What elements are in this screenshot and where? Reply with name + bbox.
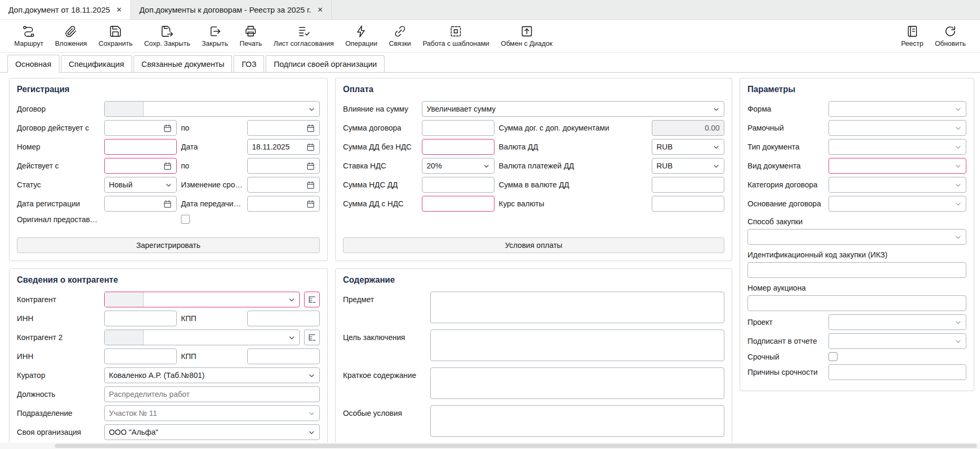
ikz-input[interactable]: [747, 262, 966, 278]
save-close-button[interactable]: Сохр. Закрыть: [138, 25, 196, 47]
urgency-reasons-input[interactable]: [829, 364, 966, 380]
chevron-down-icon: [955, 106, 962, 113]
contract-code-segment[interactable]: [105, 102, 144, 116]
register-button[interactable]: Зарегистрировать: [17, 237, 320, 253]
field-label: Тип документа: [747, 143, 824, 151]
subject-textarea[interactable]: [430, 292, 724, 323]
tab-podpisi[interactable]: Подписи своей организации: [266, 55, 385, 72]
chevron-down-icon: [713, 106, 720, 113]
registration-date-input[interactable]: [104, 196, 177, 212]
summary-textarea[interactable]: [430, 367, 724, 399]
calendar-icon[interactable]: [306, 181, 315, 189]
dd-currency-sum-input[interactable]: [652, 177, 724, 193]
field-label: Дата регистрации: [17, 199, 100, 208]
original-provided-checkbox[interactable]: [181, 215, 190, 224]
report-signer-select[interactable]: [829, 333, 966, 349]
transfer-date-input[interactable]: [247, 196, 320, 212]
field-label: Курс валюты: [499, 199, 648, 208]
contractor2-combobox[interactable]: [104, 330, 300, 345]
print-button[interactable]: Печать: [234, 25, 268, 47]
tab-svyazannye-dokumenty[interactable]: Связанные документы: [134, 55, 233, 72]
contractor-hierarchy-button[interactable]: [304, 292, 320, 307]
horizontal-scrollbar[interactable]: [0, 443, 980, 449]
attachments-button[interactable]: Вложения: [49, 25, 93, 47]
refresh-button[interactable]: Обновить: [929, 25, 972, 47]
position-input[interactable]: Распределитель работ: [104, 386, 320, 402]
contract-combobox[interactable]: [104, 101, 320, 117]
kpp-input[interactable]: [247, 311, 320, 326]
contractor2-hierarchy-button[interactable]: [304, 330, 320, 345]
tab-label: ГОЗ: [241, 59, 256, 68]
contract-category-select[interactable]: [829, 177, 966, 193]
date-input[interactable]: 18.11.2025: [247, 139, 320, 155]
tab-osnovnaya[interactable]: Основная: [7, 55, 59, 73]
frame-select[interactable]: [829, 120, 966, 136]
diadoc-exchange-button[interactable]: Обмен с Диадок: [495, 25, 558, 47]
calendar-icon[interactable]: [163, 124, 172, 133]
number-input[interactable]: [104, 139, 177, 155]
kpp2-input[interactable]: [247, 348, 320, 364]
status-select[interactable]: Новый: [104, 177, 177, 193]
term-change-date-input[interactable]: [247, 177, 320, 193]
chevron-down-icon: [308, 410, 315, 417]
contract-basis-select[interactable]: [829, 196, 966, 212]
save-close-icon: [160, 25, 174, 38]
urgent-checkbox[interactable]: [829, 352, 837, 361]
influence-select[interactable]: Увеличивает сумму: [422, 101, 724, 117]
contractor-combobox[interactable]: [104, 292, 300, 307]
close-button[interactable]: Закрыть: [196, 25, 234, 47]
tab-specifikaciya[interactable]: Спецификация: [61, 55, 132, 72]
doc-kind-select[interactable]: [829, 158, 966, 174]
doc-type-select[interactable]: [829, 139, 966, 155]
window-tab-document[interactable]: Доп.документ от 18.11.2025 ✕: [0, 0, 131, 19]
scrollbar-thumb[interactable]: [55, 444, 977, 448]
own-organization-select[interactable]: ООО "Альфа": [104, 424, 320, 440]
curator-select[interactable]: Коваленко А.Р. (Таб.№801): [104, 367, 320, 383]
acts-to-input[interactable]: [247, 158, 320, 174]
dd-vat-sum-input[interactable]: [422, 177, 494, 193]
calendar-icon[interactable]: [163, 199, 172, 208]
department-select[interactable]: Участок № 11: [104, 405, 320, 421]
auction-number-input[interactable]: [747, 295, 966, 311]
vat-rate-select[interactable]: 20%: [422, 158, 494, 174]
payment-terms-button[interactable]: Условия оплаты: [343, 237, 724, 253]
registry-button[interactable]: Реестр: [895, 25, 929, 47]
approval-sheet-button[interactable]: Лист согласования: [268, 25, 339, 47]
links-button[interactable]: Связки: [383, 25, 417, 47]
section-title: Содержание: [343, 275, 724, 285]
dd-payment-currency-select[interactable]: RUB: [652, 158, 724, 174]
calendar-icon[interactable]: [163, 162, 172, 171]
operations-button[interactable]: Операции: [339, 25, 383, 47]
close-tab-icon[interactable]: ✕: [317, 6, 323, 14]
route-icon: [22, 25, 35, 38]
form-select[interactable]: [829, 101, 966, 117]
calendar-icon[interactable]: [306, 199, 315, 208]
tab-goz[interactable]: ГОЗ: [234, 55, 264, 72]
acts-from-input[interactable]: [104, 158, 177, 174]
calendar-icon[interactable]: [306, 162, 315, 171]
calendar-icon[interactable]: [306, 124, 315, 133]
inn2-input[interactable]: [104, 348, 177, 364]
toolbar-button-label: Сохр. Закрыть: [144, 39, 190, 47]
dd-sum-no-vat-input[interactable]: [422, 139, 494, 155]
project-select[interactable]: [829, 314, 966, 330]
save-button[interactable]: Сохранить: [93, 25, 138, 47]
dd-sum-with-vat-input[interactable]: [422, 196, 494, 212]
contract-valid-from-input[interactable]: [104, 120, 177, 136]
dd-currency-select[interactable]: RUB: [652, 139, 724, 155]
contract-valid-to-input[interactable]: [247, 120, 320, 136]
templates-button[interactable]: Работа с шаблонами: [417, 25, 495, 47]
window-tab-registry[interactable]: Доп.документы к договорам - Реестр за 20…: [131, 0, 332, 19]
calendar-icon[interactable]: [306, 143, 315, 152]
currency-rate-input[interactable]: [652, 196, 724, 212]
close-tab-icon[interactable]: ✕: [116, 6, 122, 14]
purchase-method-select[interactable]: [747, 229, 966, 245]
field-label: Номер аукциона: [747, 284, 966, 292]
contractor-code-segment[interactable]: [105, 292, 144, 307]
special-terms-textarea[interactable]: [430, 405, 724, 437]
contract-sum-input[interactable]: [422, 120, 494, 136]
contractor2-code-segment[interactable]: [105, 330, 144, 345]
inn-input[interactable]: [104, 311, 177, 326]
route-button[interactable]: Маршрут: [8, 25, 49, 47]
purpose-textarea[interactable]: [430, 330, 724, 361]
